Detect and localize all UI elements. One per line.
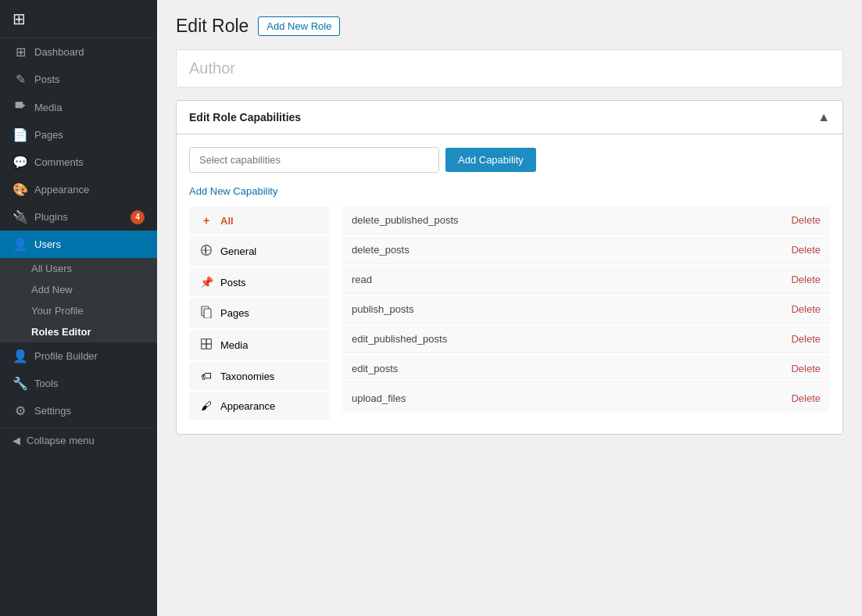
- wp-icon: [199, 244, 214, 259]
- capability-name: upload_files: [352, 392, 406, 404]
- sidebar-item-label: Media: [34, 102, 145, 113]
- capabilities-table: delete_published_posts Delete delete_pos…: [342, 206, 830, 421]
- add-new-role-button[interactable]: Add New Role: [258, 16, 340, 36]
- pages-icon: 📄: [13, 127, 28, 142]
- submenu-all-users[interactable]: All Users: [0, 258, 157, 279]
- collapse-label: Collapse menu: [27, 435, 95, 446]
- svg-rect-6: [206, 339, 211, 344]
- add-new-capability-link[interactable]: Add New Capability: [177, 185, 842, 206]
- category-item-posts[interactable]: 📌 Posts: [189, 268, 330, 296]
- sidebar-item-dashboard[interactable]: ⊞ Dashboard: [0, 38, 157, 66]
- plugins-badge: 4: [131, 210, 145, 224]
- capability-name: edit_published_posts: [352, 333, 447, 345]
- category-label: Media: [220, 339, 248, 351]
- sidebar-logo: ⊞: [0, 0, 157, 38]
- panel-collapse-button[interactable]: ▲: [817, 110, 830, 124]
- table-row: delete_posts Delete: [342, 236, 830, 264]
- category-label: Appearance: [220, 400, 275, 412]
- submenu-add-new[interactable]: Add New: [0, 279, 157, 300]
- plus-icon: +: [199, 214, 214, 227]
- sidebar-item-label: Plugins: [34, 211, 131, 223]
- brush-icon: 🖌: [199, 399, 214, 412]
- capabilities-panel-title: Edit Role Capabilities: [189, 111, 301, 124]
- pages-cat-icon: [199, 306, 214, 321]
- table-row: publish_posts Delete: [342, 295, 830, 324]
- sidebar-item-label: Pages: [34, 129, 145, 141]
- table-row: delete_published_posts Delete: [342, 206, 830, 235]
- users-submenu: All Users Add New Your Profile Roles Edi…: [0, 258, 157, 342]
- profile-builder-icon: 👤: [13, 349, 28, 364]
- table-row: read Delete: [342, 266, 830, 294]
- capability-name: publish_posts: [352, 303, 414, 315]
- category-item-pages[interactable]: Pages: [189, 298, 330, 328]
- delete-button[interactable]: Delete: [791, 392, 821, 404]
- sidebar-item-label: Appearance: [34, 184, 145, 195]
- sidebar-item-tools[interactable]: 🔧 Tools: [0, 370, 157, 397]
- sidebar-item-label: Settings: [34, 405, 145, 417]
- sidebar-item-label: Comments: [34, 156, 145, 168]
- sidebar-item-profile-builder[interactable]: 👤 Profile Builder: [0, 342, 157, 370]
- category-label: Pages: [220, 307, 249, 319]
- collapse-menu-button[interactable]: ◀ Collapse menu: [0, 428, 157, 453]
- add-capability-button[interactable]: Add Capability: [445, 148, 536, 172]
- delete-button[interactable]: Delete: [791, 333, 821, 345]
- sidebar-item-label: Users: [34, 238, 145, 250]
- capability-name: read: [352, 274, 372, 285]
- sidebar-item-label: Posts: [34, 73, 145, 85]
- media-cat-icon: [199, 338, 214, 353]
- capabilities-body: + All General 📌 Posts: [177, 206, 842, 434]
- svg-rect-8: [206, 344, 211, 349]
- sidebar-item-pages[interactable]: 📄 Pages: [0, 121, 157, 149]
- capabilities-toolbar: Add Capability: [177, 134, 842, 185]
- tools-icon: 🔧: [13, 376, 28, 391]
- table-row: edit_published_posts Delete: [342, 325, 830, 353]
- category-item-general[interactable]: General: [189, 236, 330, 267]
- appearance-icon: 🎨: [13, 182, 28, 197]
- category-item-all[interactable]: + All: [189, 206, 330, 235]
- sidebar-item-users[interactable]: 👤 Users: [0, 231, 157, 258]
- sidebar-item-label: Tools: [34, 378, 145, 389]
- svg-rect-7: [202, 344, 206, 349]
- category-label: Taxonomies: [220, 371, 274, 382]
- category-list: + All General 📌 Posts: [189, 206, 330, 421]
- submenu-roles-editor[interactable]: Roles Editor: [0, 321, 157, 342]
- category-item-appearance[interactable]: 🖌 Appearance: [189, 392, 330, 420]
- plugins-icon: 🔌: [13, 210, 28, 224]
- sidebar-item-label: Dashboard: [34, 46, 145, 58]
- delete-button[interactable]: Delete: [791, 274, 821, 285]
- author-placeholder: Author: [189, 59, 235, 77]
- delete-button[interactable]: Delete: [791, 363, 821, 374]
- category-label: All: [220, 215, 234, 227]
- media-icon: [13, 99, 28, 115]
- category-item-taxonomies[interactable]: 🏷 Taxonomies: [189, 362, 330, 390]
- collapse-icon: ◀: [13, 435, 20, 446]
- page-header: Edit Role Add New Role: [176, 16, 843, 37]
- dashboard-icon: ⊞: [13, 45, 28, 59]
- posts-icon: ✎: [13, 72, 28, 87]
- category-label: Posts: [220, 277, 246, 288]
- capability-name: edit_posts: [352, 363, 398, 374]
- delete-button[interactable]: Delete: [791, 214, 821, 226]
- sidebar-item-media[interactable]: Media: [0, 93, 157, 121]
- author-field: Author: [176, 49, 843, 88]
- settings-icon: ⚙: [13, 403, 28, 418]
- delete-button[interactable]: Delete: [791, 303, 821, 315]
- category-item-media[interactable]: Media: [189, 330, 330, 360]
- category-label: General: [220, 245, 256, 257]
- delete-button[interactable]: Delete: [791, 244, 821, 256]
- select-capabilities-input[interactable]: [189, 147, 439, 173]
- submenu-your-profile[interactable]: Your Profile: [0, 300, 157, 321]
- capabilities-panel-header: Edit Role Capabilities ▲: [177, 101, 842, 134]
- page-title: Edit Role: [176, 16, 249, 37]
- sidebar-item-comments[interactable]: 💬 Comments: [0, 149, 157, 176]
- sidebar: ⊞ ⊞ Dashboard ✎ Posts Media 📄 Pages 💬 Co…: [0, 0, 157, 616]
- comments-icon: 💬: [13, 155, 28, 170]
- users-icon: 👤: [13, 237, 28, 252]
- sidebar-item-appearance[interactable]: 🎨 Appearance: [0, 176, 157, 203]
- sidebar-item-plugins[interactable]: 🔌 Plugins 4: [0, 203, 157, 231]
- main-content: Edit Role Add New Role Author Edit Role …: [157, 0, 862, 616]
- capability-name: delete_published_posts: [352, 214, 459, 226]
- sidebar-item-posts[interactable]: ✎ Posts: [0, 66, 157, 93]
- sidebar-item-settings[interactable]: ⚙ Settings: [0, 397, 157, 424]
- table-row: upload_files Delete: [342, 385, 830, 412]
